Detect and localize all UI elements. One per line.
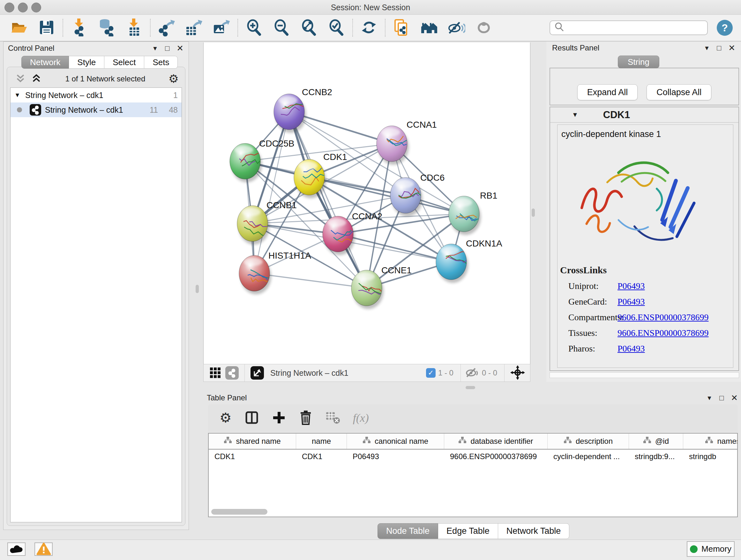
detach-view-button[interactable] (251, 366, 264, 380)
gene-card-expander-icon[interactable]: ▼ (572, 111, 578, 118)
network-node-CDC25B[interactable]: CDC25B (230, 138, 294, 182)
table-panel-close-icon[interactable]: ✕ (731, 394, 738, 402)
table-panel-collapse-icon[interactable]: ▼ (706, 395, 712, 401)
export-image-button[interactable] (212, 19, 230, 37)
table-cell[interactable]: 9606.ENSP00000378699 (444, 449, 548, 463)
search-input[interactable] (568, 23, 703, 32)
cloud-status-button[interactable] (7, 543, 25, 556)
warnings-button[interactable] (35, 543, 53, 556)
tab-edge-table[interactable]: Edge Table (438, 523, 498, 539)
network-view-mode-button[interactable] (225, 366, 239, 380)
help-button[interactable]: ? (717, 20, 733, 36)
horizontal-splitter-handle[interactable] (466, 386, 475, 389)
tab-sets[interactable]: Sets (144, 56, 178, 69)
results-scrollbar-track[interactable] (549, 372, 739, 378)
table-cell[interactable]: CDK1 (296, 449, 347, 463)
network-node-CCNE1[interactable]: CCNE1 (351, 265, 412, 309)
network-node-CDKN1A[interactable]: CDKN1A (436, 239, 502, 283)
edge-CCNA2-CDKN1A[interactable] (338, 234, 451, 262)
add-column-button[interactable] (272, 411, 286, 426)
zoom-selected-button[interactable] (327, 19, 345, 37)
table-cell[interactable]: stringdb:9... (629, 449, 683, 463)
collapse-all-button[interactable]: Collapse All (647, 84, 711, 100)
refresh-layout-button[interactable] (360, 19, 378, 37)
network-options-gear-icon[interactable]: ⚙ (169, 73, 179, 84)
results-panel-close-icon[interactable]: ✕ (728, 44, 735, 52)
table-cell[interactable]: stringdb (683, 449, 738, 463)
column-header-description[interactable]: description (548, 434, 629, 449)
tab-select[interactable]: Select (105, 56, 144, 69)
collapse-all-networks-icon[interactable] (30, 72, 42, 85)
selected-items-checkbox[interactable]: ✓ (426, 368, 435, 378)
control-panel-close-icon[interactable]: ✕ (177, 44, 184, 52)
grayscale-view-button[interactable] (475, 19, 493, 37)
edge-CCNB2-CCNE1[interactable] (289, 112, 367, 288)
hidden-items-eye-slash-icon[interactable] (465, 366, 479, 380)
crosslink-link[interactable]: P06493 (617, 344, 645, 354)
column-header-canonicalname[interactable]: canonical name (347, 434, 444, 449)
import-network-from-database-button[interactable] (98, 19, 116, 37)
table-cell[interactable]: CDK1 (209, 449, 296, 463)
clone-network-button[interactable] (393, 19, 410, 37)
gene-card-header[interactable]: ▼ CDK1 (550, 107, 738, 123)
string-home-button[interactable] (420, 19, 438, 37)
control-panel-float-icon[interactable]: □ (165, 45, 170, 52)
network-graph[interactable]: CCNB2 CCNA1 CDC25B CDK1 CDC6 RB1 CCNB1 (204, 43, 531, 364)
table-horizontal-scrollbar[interactable] (211, 509, 267, 515)
network-node-CCNB2[interactable]: CCNB2 (274, 87, 332, 133)
network-node-RB1[interactable]: RB1 (449, 191, 497, 235)
delete-column-button[interactable] (299, 410, 313, 426)
column-header-id[interactable]: @id (629, 434, 683, 449)
tab-network[interactable]: Network (21, 56, 69, 69)
network-canvas[interactable]: CCNB2 CCNA1 CDC25B CDK1 CDC6 RB1 CCNB1 (203, 43, 530, 364)
network-row[interactable]: String Network – cdk1 11 48 (10, 103, 182, 117)
table-options-button[interactable]: ⚙ (219, 411, 232, 425)
delete-table-button[interactable] (326, 411, 340, 425)
export-table-button[interactable] (185, 19, 203, 37)
navigator-crosshair-button[interactable] (510, 365, 525, 381)
results-panel-collapse-icon[interactable]: ▼ (704, 45, 710, 51)
save-session-button[interactable] (38, 19, 56, 37)
zoom-in-button[interactable] (245, 19, 263, 37)
show-columns-button[interactable] (245, 410, 259, 426)
vertical-splitter-handle[interactable] (196, 285, 199, 293)
column-header-name[interactable]: name (296, 434, 347, 449)
crosslink-link[interactable]: 9606.ENSP00000378699 (617, 312, 709, 322)
network-collection-row[interactable]: ▼ String Network – cdk1 1 (10, 88, 182, 103)
network-node-CDC6[interactable]: CDC6 (390, 173, 445, 216)
column-header-databaseidentifier[interactable]: database identifier (444, 434, 548, 449)
table-cell[interactable]: P06493 (347, 449, 444, 463)
import-network-from-file-button[interactable] (70, 19, 88, 37)
network-node-CCNB1[interactable]: CCNB1 (237, 200, 297, 245)
crosslink-link[interactable]: 9606.ENSP00000378699 (617, 328, 709, 338)
column-header-sharedname[interactable]: shared name (209, 434, 296, 449)
tree-expander-icon[interactable]: ▼ (14, 91, 25, 99)
expand-all-networks-icon[interactable] (15, 72, 26, 85)
export-network-button[interactable] (158, 19, 176, 37)
function-builder-button[interactable]: f(x) (353, 411, 369, 425)
search-box[interactable] (549, 20, 708, 35)
tab-network-table[interactable]: Network Table (498, 523, 569, 539)
results-tab-string[interactable]: String (618, 56, 659, 68)
crosslink-link[interactable]: P06493 (617, 281, 645, 291)
column-header-namespace[interactable]: namespace (683, 434, 738, 449)
expand-all-button[interactable]: Expand All (577, 84, 638, 100)
results-splitter-handle[interactable] (532, 208, 535, 217)
tab-style[interactable]: Style (69, 56, 105, 69)
grid-view-button[interactable] (209, 366, 221, 380)
table-panel-float-icon[interactable]: □ (719, 394, 724, 401)
table-row[interactable]: CDK1CDK1P064939606.ENSP00000378699cyclin… (209, 449, 737, 463)
crosslink-link[interactable]: P06493 (617, 297, 645, 307)
memory-button[interactable]: Memory (687, 541, 735, 557)
hide-unhide-button[interactable] (448, 19, 465, 37)
zoom-fit-content-button[interactable] (300, 19, 318, 37)
zoom-out-button[interactable] (273, 19, 290, 37)
import-table-from-file-button[interactable] (125, 19, 143, 37)
control-panel-collapse-icon[interactable]: ▼ (152, 45, 158, 51)
network-node-CDK1[interactable]: CDK1 (294, 152, 347, 198)
open-file-button[interactable] (10, 19, 28, 37)
network-node-HIST1H1A[interactable]: HIST1H1A (239, 251, 311, 294)
results-panel-float-icon[interactable]: □ (717, 44, 721, 52)
tab-node-table[interactable]: Node Table (378, 523, 438, 539)
table-cell[interactable]: cyclin-dependent ... (548, 449, 629, 463)
